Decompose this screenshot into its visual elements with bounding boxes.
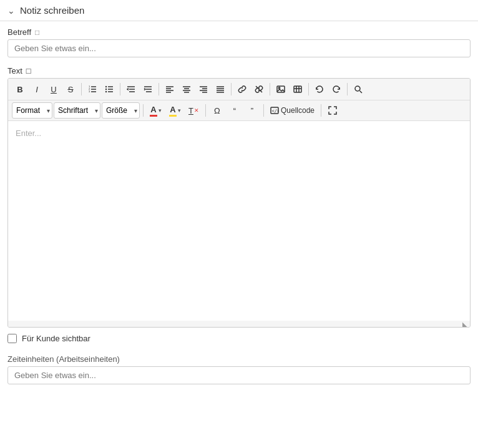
highlight-color-button[interactable]: A ▾ — [166, 102, 184, 119]
separator-7 — [347, 83, 348, 95]
zeiteinheiten-section: Zeiteinheiten (Arbeitseinheiten) — [0, 349, 478, 389]
fullscreen-button[interactable] — [324, 102, 341, 119]
font-color-button[interactable]: A ▾ — [147, 102, 165, 119]
editor-content[interactable]: Enter... — [8, 121, 470, 321]
separator-11 — [321, 104, 321, 117]
text-section-header: Text □ — [0, 61, 478, 75]
separator-2 — [120, 83, 120, 95]
table-button[interactable] — [290, 81, 306, 97]
editor-resize-handle[interactable]: ◣ — [8, 321, 470, 327]
page-header: ⌄ Notiz schreiben — [0, 0, 478, 21]
source-code-button[interactable]: </> Quellcode — [267, 102, 318, 119]
font-select-wrapper[interactable]: Schriftart — [54, 102, 100, 119]
undo-button[interactable] — [311, 81, 328, 97]
svg-rect-37 — [294, 86, 301, 92]
svg-point-36 — [278, 87, 280, 89]
format-select[interactable]: Format — [12, 102, 52, 119]
separator-9 — [205, 104, 206, 117]
align-center-button[interactable] — [178, 81, 195, 97]
betreff-label: Betreff □ — [7, 27, 471, 37]
svg-point-41 — [355, 86, 360, 91]
inline-quote-button[interactable]: ” — [244, 102, 260, 119]
separator-10 — [263, 104, 264, 117]
align-justify-button[interactable] — [212, 81, 228, 97]
unordered-list-button[interactable] — [101, 81, 117, 97]
text-label: Text □ — [7, 66, 471, 75]
source-code-label: Quellcode — [281, 106, 315, 115]
size-select-wrapper[interactable]: Größe — [102, 102, 140, 119]
betreff-info-icon[interactable]: □ — [35, 28, 39, 37]
kunden-sichtbar-label[interactable]: Für Kunde sichtbar — [22, 334, 90, 343]
svg-point-8 — [105, 91, 107, 92]
kunden-sichtbar-checkbox[interactable] — [7, 334, 17, 343]
separator-3 — [159, 83, 159, 95]
bold-button[interactable]: B — [12, 81, 28, 97]
separator-1 — [81, 83, 82, 95]
italic-button[interactable]: I — [29, 81, 45, 97]
page-title: Notiz schreiben — [20, 5, 84, 16]
format-select-wrapper[interactable]: Format — [12, 102, 52, 119]
svg-point-6 — [105, 86, 107, 87]
indent-increase-button[interactable] — [140, 81, 156, 97]
size-select[interactable]: Größe — [102, 102, 140, 119]
strikethrough-button[interactable]: S — [62, 81, 79, 97]
svg-text:3: 3 — [89, 90, 90, 93]
checkbox-section: Für Kunde sichtbar — [0, 328, 478, 349]
svg-text:</>: </> — [271, 109, 279, 114]
redo-button[interactable] — [328, 81, 344, 97]
special-char-button[interactable]: Ω — [209, 102, 225, 119]
separator-6 — [308, 83, 309, 95]
svg-line-42 — [360, 91, 363, 94]
chevron-down-icon: ⌄ — [7, 6, 15, 16]
indent-decrease-button[interactable] — [123, 81, 139, 97]
svg-rect-35 — [277, 86, 285, 92]
toolbar-row1: B I U S 1 2 3 — [8, 79, 470, 100]
underline-button[interactable]: U — [46, 81, 62, 97]
zeiteinheiten-label: Zeiteinheiten (Arbeitseinheiten) — [7, 354, 471, 364]
betreff-input[interactable] — [7, 39, 471, 57]
separator-5 — [270, 83, 270, 95]
unlink-button[interactable] — [251, 81, 267, 97]
betreff-section: Betreff □ — [0, 21, 478, 61]
text-info-icon[interactable]: □ — [26, 66, 31, 75]
image-button[interactable] — [273, 81, 289, 97]
separator-4 — [231, 83, 232, 95]
toolbar-row2: Format Schriftart Größe A ▾ A — [8, 100, 470, 121]
search-button[interactable] — [350, 81, 366, 97]
align-left-button[interactable] — [162, 81, 178, 97]
editor-container: B I U S 1 2 3 — [7, 78, 471, 328]
clear-format-button[interactable]: T✕ — [185, 102, 202, 119]
font-select[interactable]: Schriftart — [54, 102, 100, 119]
link-button[interactable] — [234, 81, 250, 97]
resize-icon: ◣ — [462, 321, 467, 328]
zeiteinheiten-input[interactable] — [7, 366, 471, 384]
separator-8 — [143, 104, 144, 117]
blockquote-button[interactable]: “ — [227, 102, 243, 119]
svg-point-7 — [105, 89, 107, 90]
ordered-list-button[interactable]: 1 2 3 — [84, 81, 100, 97]
align-right-button[interactable] — [195, 81, 212, 97]
